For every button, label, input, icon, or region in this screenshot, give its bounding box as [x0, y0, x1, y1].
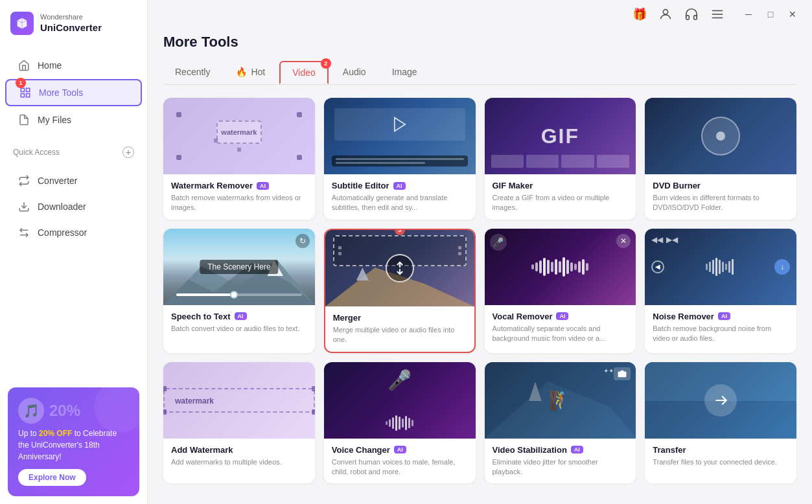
tab-hot[interactable]: 🔥 Hot	[224, 62, 277, 84]
sidebar-item-compressor[interactable]: Compressor	[5, 220, 142, 245]
tool-name-subtitle-editor: Subtitle Editor AI	[332, 181, 468, 190]
tool-thumb-add-watermark: watermark	[163, 362, 315, 439]
watermark-text: watermark	[221, 128, 257, 136]
tools-grid: watermark Watermark Remo	[163, 98, 796, 483]
tool-name-gif-maker: GIF Maker	[493, 181, 629, 190]
tab-video[interactable]: 2 Video	[279, 61, 329, 84]
tabs-bar: Recently 🔥 Hot 2 Video Audio Image	[163, 61, 796, 85]
tool-card-subtitle-editor[interactable]: Subtitle Editor AI Automatically generat…	[324, 98, 476, 220]
tool-desc-subtitle-editor: Automatically generate and translate sub…	[332, 193, 468, 213]
tool-info-transfer: Transfer Transfer files to your connecte…	[645, 439, 796, 474]
tool-name-dvd-burner: DVD Burner	[653, 181, 789, 190]
corner-handle-br	[297, 155, 302, 160]
tool-info-speech-to-text: Speech to Text AI Batch convert video or…	[163, 305, 315, 340]
promo-section: 🎵 20% Up to 20% OFF to Celebrate the Uni…	[0, 380, 147, 504]
app-logo: Wondershare UniConverter	[0, 0, 147, 47]
maximize-button[interactable]: □	[761, 5, 780, 23]
menu-icon[interactable]	[708, 5, 726, 23]
merger-icon	[386, 254, 414, 282]
tool-card-watermark-remover[interactable]: watermark Watermark Remo	[163, 98, 315, 220]
sidebar-item-more-tools[interactable]: 1 More Tools	[5, 79, 142, 106]
sidebar-item-converter[interactable]: Converter	[5, 168, 142, 193]
tool-desc-video-stabilization: Eliminate video jitter for smoother play…	[493, 457, 629, 477]
tool-name-watermark-remover: Watermark Remover AI	[171, 181, 307, 190]
tool-card-dvd-burner[interactable]: DVD Burner Burn videos in different form…	[645, 98, 796, 220]
dvd-disc	[701, 117, 740, 155]
svg-rect-2	[21, 94, 24, 97]
tool-card-noise-remover[interactable]: ◀ ↓	[645, 229, 796, 353]
tool-card-transfer[interactable]: Transfer Transfer files to your connecte…	[645, 362, 796, 484]
tool-info-gif-maker: GIF Maker Create a GIF from a video or m…	[485, 174, 636, 220]
tab-hot-label: Hot	[251, 67, 265, 77]
tool-card-voice-changer[interactable]: 🎤 Voice Changer	[324, 362, 476, 484]
tool-thumb-vocal-remover: ✕ 🎤	[485, 229, 636, 305]
tool-info-video-stabilization: Video Stabilization AI Eliminate video j…	[485, 439, 636, 484]
gift-icon[interactable]: 🎁	[631, 5, 649, 23]
tab-video-label: Video	[292, 67, 316, 78]
quick-access-nav: Converter Downloader Compressor	[0, 162, 147, 251]
tool-thumb-noise-remover: ◀ ↓	[645, 229, 796, 305]
camera-icon	[618, 369, 627, 378]
tool-info-noise-remover: Noise Remover AI Batch remove background…	[645, 305, 796, 350]
svg-point-20	[621, 372, 624, 376]
tool-desc-voice-changer: Convert human voices to male, female, ch…	[332, 457, 468, 477]
tab-recently-label: Recently	[175, 67, 210, 77]
ai-badge: AI	[257, 182, 269, 190]
tab-image[interactable]: Image	[380, 62, 429, 84]
download-icon: ↓	[774, 259, 790, 275]
tool-info-vocal-remover: Vocal Remover AI Automatically separate …	[485, 305, 636, 350]
tool-desc-noise-remover: Batch remove background noise from video…	[653, 324, 789, 344]
tool-card-video-stabilization[interactable]: 🧗 ✦✦ Video Stabilization AI Eliminate vi…	[485, 362, 636, 484]
refresh-icon: ↻	[296, 234, 310, 248]
tool-card-vocal-remover[interactable]: ✕ 🎤	[485, 229, 636, 353]
tool-name-noise-remover: Noise Remover AI	[653, 312, 789, 321]
close-x-icon: ✕	[616, 234, 631, 248]
tool-card-speech-to-text[interactable]: The Scenery Here ↻ Speech to Text AI	[163, 229, 315, 353]
tool-info-add-watermark: Add Watermark Add watermarks to multiple…	[163, 439, 315, 474]
tool-thumb-merger	[325, 230, 474, 306]
sidebar-item-downloader[interactable]: Downloader	[5, 194, 142, 219]
downloader-icon	[18, 201, 30, 212]
svg-rect-0	[21, 88, 24, 91]
tool-desc-merger: Merge multiple video or audio files into…	[333, 325, 467, 345]
minimize-button[interactable]: ─	[739, 5, 758, 23]
logo-icon	[10, 12, 34, 35]
tool-info-subtitle-editor: Subtitle Editor AI Automatically generat…	[324, 174, 476, 220]
gif-label: GIF	[541, 124, 579, 148]
svg-rect-1	[27, 88, 30, 91]
converter-icon	[18, 175, 30, 187]
files-icon	[18, 114, 30, 126]
tool-card-gif-maker[interactable]: GIF GIF Maker Create a GIF from a video …	[485, 98, 636, 220]
close-button[interactable]: ✕	[783, 5, 802, 23]
tab-audio[interactable]: Audio	[331, 62, 378, 84]
watermark-label-text: watermark	[175, 396, 214, 406]
main-content: 🎁 ─ □ ✕ More Tools Recently 🔥 Hot	[148, 0, 812, 504]
headset-icon[interactable]	[682, 5, 701, 23]
quick-access-add-button[interactable]: +	[122, 146, 134, 158]
fire-icon: 🔥	[236, 67, 247, 77]
progress-area	[176, 293, 302, 296]
sidebar-item-compressor-label: Compressor	[38, 227, 87, 238]
promo-prefix: Up to	[18, 429, 39, 438]
ai-badge: AI	[393, 182, 406, 190]
sidebar-item-my-files[interactable]: My Files	[5, 108, 142, 132]
window-controls: ─ □ ✕	[739, 5, 802, 23]
title-bar: 🎁 ─ □ ✕	[148, 0, 812, 29]
sidebar-item-downloader-label: Downloader	[38, 201, 86, 212]
voice-waveform	[324, 415, 476, 431]
tool-thumb-subtitle-editor	[324, 98, 476, 174]
user-icon[interactable]	[656, 5, 675, 23]
explore-now-button[interactable]: Explore Now	[18, 469, 86, 486]
product-name: UniConverter	[40, 22, 102, 34]
merge-arrows-icon	[393, 261, 407, 275]
tool-card-merger[interactable]: 3	[324, 229, 476, 353]
tab-recently[interactable]: Recently	[163, 62, 222, 84]
tool-name-add-watermark: Add Watermark	[171, 445, 307, 455]
tool-info-voice-changer: Voice Changer AI Convert human voices to…	[324, 439, 476, 484]
ai-badge: AI	[556, 312, 568, 320]
playback-controls: ◀◀ ▶◀	[651, 235, 678, 244]
person-walking-icon: 🧗	[549, 389, 572, 411]
sidebar-item-home[interactable]: Home	[5, 53, 142, 78]
tool-card-add-watermark[interactable]: watermark Add Watermark Add watermarks t…	[163, 362, 315, 484]
tool-name-voice-changer: Voice Changer AI	[332, 445, 468, 455]
